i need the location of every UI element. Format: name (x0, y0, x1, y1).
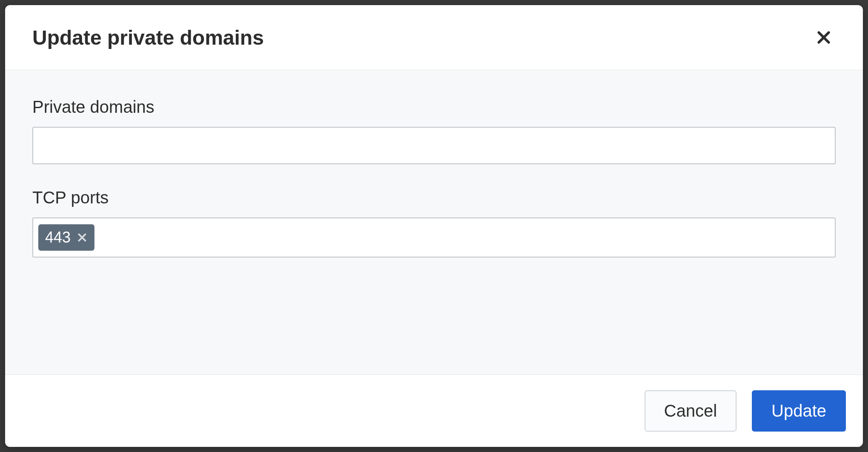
close-button[interactable] (812, 26, 836, 49)
tcp-ports-input[interactable]: 443 (32, 217, 836, 257)
tcp-ports-label: TCP ports (32, 188, 836, 207)
close-icon (77, 232, 88, 243)
remove-tag-button[interactable] (77, 232, 88, 243)
modal-footer: Cancel Update (5, 375, 863, 447)
close-icon (815, 29, 832, 46)
modal-body: Private domains TCP ports 443 (5, 70, 863, 375)
modal-title: Update private domains (32, 26, 264, 49)
private-domains-group: Private domains (32, 97, 836, 164)
tcp-port-tag-value: 443 (45, 229, 71, 246)
update-button[interactable]: Update (752, 390, 846, 432)
private-domains-label: Private domains (32, 97, 836, 117)
tcp-port-tag: 443 (38, 224, 94, 251)
modal-header: Update private domains (5, 5, 863, 70)
tcp-ports-group: TCP ports 443 (32, 188, 836, 257)
private-domains-input[interactable] (32, 127, 836, 164)
update-private-domains-modal: Update private domains Private domains T… (5, 5, 863, 447)
cancel-button[interactable]: Cancel (645, 390, 737, 432)
